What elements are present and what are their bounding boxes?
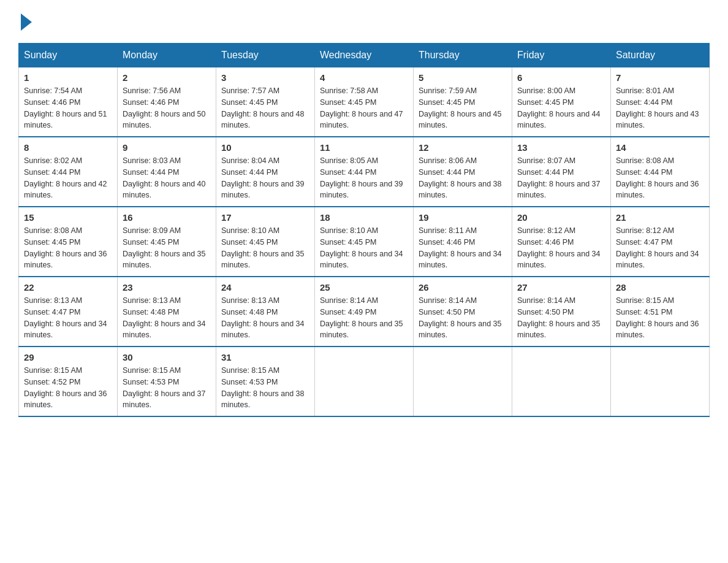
calendar-cell: 29 Sunrise: 8:15 AM Sunset: 4:52 PM Dayl… — [19, 347, 118, 416]
day-info: Sunrise: 8:00 AM Sunset: 4:45 PM Dayligh… — [517, 85, 605, 131]
day-header-thursday: Thursday — [414, 44, 512, 67]
page-header — [18, 12, 710, 31]
day-header-sunday: Sunday — [19, 44, 118, 67]
day-info: Sunrise: 7:54 AM Sunset: 4:46 PM Dayligh… — [24, 85, 112, 131]
day-number: 31 — [221, 352, 309, 362]
day-info: Sunrise: 8:08 AM Sunset: 4:45 PM Dayligh… — [24, 225, 112, 271]
day-info: Sunrise: 8:05 AM Sunset: 4:44 PM Dayligh… — [320, 155, 408, 201]
day-number: 22 — [24, 282, 112, 293]
day-info: Sunrise: 7:59 AM Sunset: 4:45 PM Dayligh… — [419, 85, 507, 131]
week-row-4: 22 Sunrise: 8:13 AM Sunset: 4:47 PM Dayl… — [19, 277, 710, 347]
day-number: 13 — [517, 142, 605, 153]
day-number: 5 — [419, 72, 507, 83]
day-number: 15 — [24, 212, 112, 223]
week-row-2: 8 Sunrise: 8:02 AM Sunset: 4:44 PM Dayli… — [19, 137, 710, 207]
calendar-cell: 19 Sunrise: 8:11 AM Sunset: 4:46 PM Dayl… — [414, 207, 512, 277]
day-number: 24 — [221, 282, 309, 293]
calendar-cell: 23 Sunrise: 8:13 AM Sunset: 4:48 PM Dayl… — [118, 277, 216, 347]
calendar-cell: 25 Sunrise: 8:14 AM Sunset: 4:49 PM Dayl… — [315, 277, 414, 347]
calendar-cell: 1 Sunrise: 7:54 AM Sunset: 4:46 PM Dayli… — [19, 67, 118, 137]
day-number: 23 — [123, 282, 211, 293]
header-row: SundayMondayTuesdayWednesdayThursdayFrid… — [19, 44, 710, 67]
day-number: 30 — [123, 352, 211, 362]
calendar-cell: 14 Sunrise: 8:08 AM Sunset: 4:44 PM Dayl… — [611, 137, 710, 207]
calendar-cell: 5 Sunrise: 7:59 AM Sunset: 4:45 PM Dayli… — [414, 67, 512, 137]
day-number: 4 — [320, 72, 408, 83]
day-info: Sunrise: 8:12 AM Sunset: 4:46 PM Dayligh… — [517, 225, 605, 271]
day-number: 9 — [123, 142, 211, 153]
day-info: Sunrise: 8:15 AM Sunset: 4:51 PM Dayligh… — [616, 295, 704, 341]
day-info: Sunrise: 8:15 AM Sunset: 4:52 PM Dayligh… — [24, 365, 112, 411]
calendar-cell: 22 Sunrise: 8:13 AM Sunset: 4:47 PM Dayl… — [19, 277, 118, 347]
day-number: 1 — [24, 72, 112, 83]
day-number: 21 — [616, 212, 704, 223]
calendar-cell: 26 Sunrise: 8:14 AM Sunset: 4:50 PM Dayl… — [414, 277, 512, 347]
day-number: 20 — [517, 212, 605, 223]
calendar-cell: 20 Sunrise: 8:12 AM Sunset: 4:46 PM Dayl… — [512, 207, 611, 277]
day-number: 29 — [24, 352, 112, 362]
day-info: Sunrise: 8:13 AM Sunset: 4:48 PM Dayligh… — [221, 295, 309, 341]
calendar-cell: 9 Sunrise: 8:03 AM Sunset: 4:44 PM Dayli… — [118, 137, 216, 207]
day-number: 18 — [320, 212, 408, 223]
day-info: Sunrise: 7:58 AM Sunset: 4:45 PM Dayligh… — [320, 85, 408, 131]
day-number: 3 — [221, 72, 309, 83]
day-number: 17 — [221, 212, 309, 223]
day-header-tuesday: Tuesday — [216, 44, 315, 67]
day-info: Sunrise: 8:13 AM Sunset: 4:47 PM Dayligh… — [24, 295, 112, 341]
day-info: Sunrise: 8:03 AM Sunset: 4:44 PM Dayligh… — [123, 155, 211, 201]
day-info: Sunrise: 8:08 AM Sunset: 4:44 PM Dayligh… — [616, 155, 704, 201]
day-number: 10 — [221, 142, 309, 153]
day-info: Sunrise: 8:14 AM Sunset: 4:50 PM Dayligh… — [419, 295, 507, 341]
week-row-3: 15 Sunrise: 8:08 AM Sunset: 4:45 PM Dayl… — [19, 207, 710, 277]
day-info: Sunrise: 8:10 AM Sunset: 4:45 PM Dayligh… — [320, 225, 408, 271]
day-info: Sunrise: 8:09 AM Sunset: 4:45 PM Dayligh… — [123, 225, 211, 271]
day-header-wednesday: Wednesday — [315, 44, 414, 67]
day-number: 7 — [616, 72, 704, 83]
calendar-cell: 3 Sunrise: 7:57 AM Sunset: 4:45 PM Dayli… — [216, 67, 315, 137]
day-number: 6 — [517, 72, 605, 83]
calendar-cell: 15 Sunrise: 8:08 AM Sunset: 4:45 PM Dayl… — [19, 207, 118, 277]
day-info: Sunrise: 8:11 AM Sunset: 4:46 PM Dayligh… — [419, 225, 507, 271]
calendar-cell: 2 Sunrise: 7:56 AM Sunset: 4:46 PM Dayli… — [118, 67, 216, 137]
calendar-cell — [512, 347, 611, 416]
day-info: Sunrise: 8:15 AM Sunset: 4:53 PM Dayligh… — [123, 365, 211, 411]
calendar-cell: 13 Sunrise: 8:07 AM Sunset: 4:44 PM Dayl… — [512, 137, 611, 207]
day-info: Sunrise: 8:06 AM Sunset: 4:44 PM Dayligh… — [419, 155, 507, 201]
calendar-cell: 30 Sunrise: 8:15 AM Sunset: 4:53 PM Dayl… — [118, 347, 216, 416]
calendar-cell: 12 Sunrise: 8:06 AM Sunset: 4:44 PM Dayl… — [414, 137, 512, 207]
day-info: Sunrise: 8:01 AM Sunset: 4:44 PM Dayligh… — [616, 85, 704, 131]
calendar-table: SundayMondayTuesdayWednesdayThursdayFrid… — [18, 43, 710, 417]
day-number: 28 — [616, 282, 704, 293]
day-number: 2 — [123, 72, 211, 83]
day-info: Sunrise: 7:57 AM Sunset: 4:45 PM Dayligh… — [221, 85, 309, 131]
week-row-1: 1 Sunrise: 7:54 AM Sunset: 4:46 PM Dayli… — [19, 67, 710, 137]
day-header-friday: Friday — [512, 44, 611, 67]
day-info: Sunrise: 8:07 AM Sunset: 4:44 PM Dayligh… — [517, 155, 605, 201]
day-number: 19 — [419, 212, 507, 223]
day-number: 25 — [320, 282, 408, 293]
calendar-cell — [315, 347, 414, 416]
calendar-cell: 16 Sunrise: 8:09 AM Sunset: 4:45 PM Dayl… — [118, 207, 216, 277]
day-number: 16 — [123, 212, 211, 223]
calendar-cell: 6 Sunrise: 8:00 AM Sunset: 4:45 PM Dayli… — [512, 67, 611, 137]
calendar-cell: 28 Sunrise: 8:15 AM Sunset: 4:51 PM Dayl… — [611, 277, 710, 347]
calendar-cell: 4 Sunrise: 7:58 AM Sunset: 4:45 PM Dayli… — [315, 67, 414, 137]
day-info: Sunrise: 8:02 AM Sunset: 4:44 PM Dayligh… — [24, 155, 112, 201]
day-header-saturday: Saturday — [611, 44, 710, 67]
day-number: 12 — [419, 142, 507, 153]
day-number: 26 — [419, 282, 507, 293]
day-info: Sunrise: 8:15 AM Sunset: 4:53 PM Dayligh… — [221, 365, 309, 411]
day-number: 14 — [616, 142, 704, 153]
calendar-cell: 8 Sunrise: 8:02 AM Sunset: 4:44 PM Dayli… — [19, 137, 118, 207]
calendar-cell: 11 Sunrise: 8:05 AM Sunset: 4:44 PM Dayl… — [315, 137, 414, 207]
day-info: Sunrise: 8:13 AM Sunset: 4:48 PM Dayligh… — [123, 295, 211, 341]
calendar-cell — [611, 347, 710, 416]
day-number: 27 — [517, 282, 605, 293]
day-info: Sunrise: 8:04 AM Sunset: 4:44 PM Dayligh… — [221, 155, 309, 201]
calendar-cell: 18 Sunrise: 8:10 AM Sunset: 4:45 PM Dayl… — [315, 207, 414, 277]
calendar-cell: 17 Sunrise: 8:10 AM Sunset: 4:45 PM Dayl… — [216, 207, 315, 277]
calendar-cell: 21 Sunrise: 8:12 AM Sunset: 4:47 PM Dayl… — [611, 207, 710, 277]
logo-arrow-icon — [21, 13, 32, 31]
logo — [18, 12, 32, 31]
calendar-cell: 31 Sunrise: 8:15 AM Sunset: 4:53 PM Dayl… — [216, 347, 315, 416]
